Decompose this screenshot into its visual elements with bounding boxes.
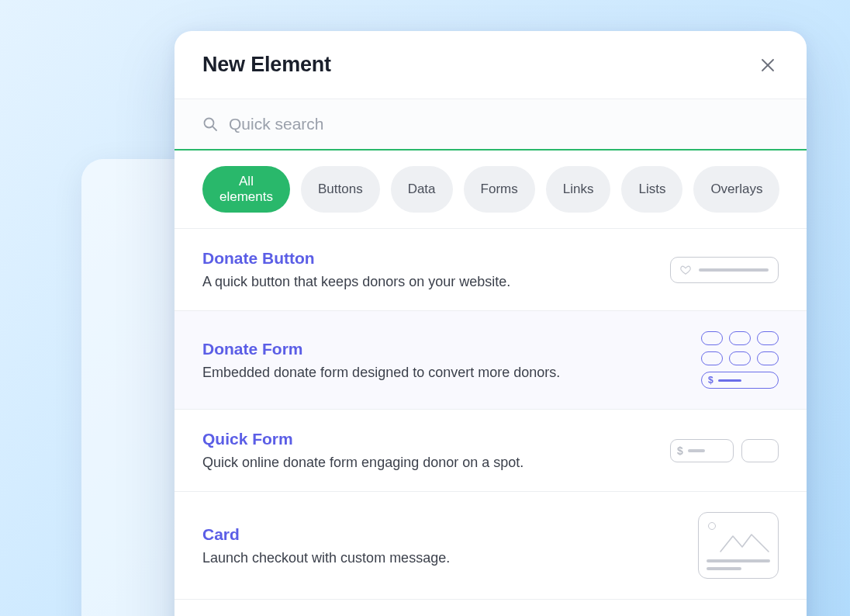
modal-title: New Element: [202, 53, 331, 77]
list-item-description: Launch checkout with custom message.: [202, 550, 682, 566]
mountain-icon: [719, 530, 770, 553]
list-item-text: Donate Button A quick button that keeps …: [202, 249, 655, 290]
filter-chip-overlays[interactable]: Overlays: [693, 166, 779, 213]
list-item-title: Card: [202, 525, 682, 544]
list-item-text: Quick Form Quick online donate form enga…: [202, 430, 655, 471]
element-list: Donate Button A quick button that keeps …: [174, 229, 807, 616]
new-element-modal: New Element All elements Buttons Data Fo…: [174, 31, 807, 616]
list-item[interactable]: Donate Form Embedded donate form designe…: [174, 311, 807, 410]
modal-header: New Element: [174, 31, 807, 99]
list-item[interactable]: Card Launch checkout with custom message…: [174, 492, 807, 600]
list-item[interactable]: Donate Button A quick button that keeps …: [174, 229, 807, 311]
list-item-description: Quick online donate form engaging donor …: [202, 455, 655, 471]
list-item-description: Embedded donate form designed to convert…: [202, 365, 686, 381]
filter-chip-row: All elements Buttons Data Forms Links Li…: [174, 151, 807, 229]
donate-button-preview-icon: [670, 257, 779, 283]
list-item-text: Card Launch checkout with custom message…: [202, 525, 682, 566]
close-icon: [761, 58, 775, 72]
list-item-title: Quick Form: [202, 430, 655, 448]
svg-line-3: [212, 126, 216, 130]
card-preview-icon: [698, 512, 779, 579]
list-item[interactable]: Sticky Button: [174, 600, 807, 616]
list-item[interactable]: Quick Form Quick online donate form enga…: [174, 410, 807, 492]
search-input[interactable]: [229, 115, 779, 133]
filter-chip-data[interactable]: Data: [391, 166, 453, 213]
heart-icon: [680, 265, 691, 275]
search-icon: [202, 116, 218, 132]
filter-chip-buttons[interactable]: Buttons: [301, 166, 380, 213]
list-item-title: Donate Form: [202, 340, 686, 358]
quick-form-preview-icon: $: [670, 439, 779, 462]
filter-chip-lists[interactable]: Lists: [621, 166, 682, 213]
list-item-description: A quick button that keeps donors on your…: [202, 274, 655, 290]
donate-form-preview-icon: $: [701, 331, 779, 389]
filter-chip-all-elements[interactable]: All elements: [202, 166, 290, 213]
list-item-title: Donate Button: [202, 249, 655, 268]
filter-chip-forms[interactable]: Forms: [464, 166, 535, 213]
list-item-text: Donate Form Embedded donate form designe…: [202, 340, 686, 381]
close-button[interactable]: [757, 54, 779, 76]
search-bar[interactable]: [174, 99, 807, 151]
filter-chip-links[interactable]: Links: [546, 166, 611, 213]
